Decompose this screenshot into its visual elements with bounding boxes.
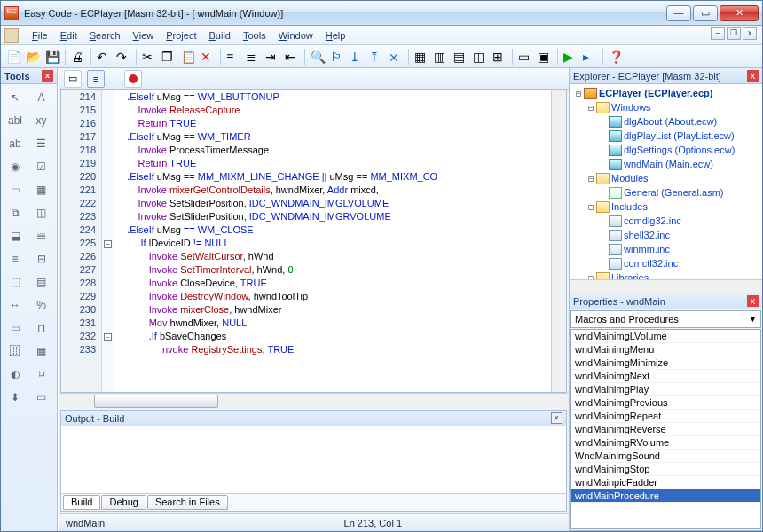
mdi-minimize[interactable]: – — [711, 27, 725, 40]
delete-button[interactable]: ✕ — [199, 48, 216, 66]
output-tab-search-in-files[interactable]: Search in Files — [147, 495, 228, 510]
prop-item[interactable]: wndMainpicFadder — [571, 476, 760, 489]
toolbox-item-25[interactable]: ⌑ — [31, 364, 52, 384]
titlebar[interactable]: EC Easy Code - ECPlayer [Masm 32-bit] - … — [1, 1, 762, 26]
prop-item[interactable]: wndMainimgNext — [571, 370, 760, 383]
prop-item[interactable]: wndMainimgRVolume — [571, 436, 760, 450]
tree-node[interactable]: wndMain (Main.ecw) — [570, 157, 762, 171]
tree-twist-icon[interactable]: ⊟ — [586, 202, 596, 212]
output-close-icon[interactable]: × — [551, 412, 562, 424]
toolbox-item-27[interactable]: ▭ — [31, 387, 52, 407]
tool-b[interactable]: ▥ — [432, 48, 450, 66]
tree-twist-icon[interactable]: ⊟ — [586, 273, 596, 280]
tree-twist-icon[interactable]: ⊟ — [573, 89, 584, 98]
tree-node[interactable]: General (General.asm) — [570, 185, 762, 200]
tool-e[interactable]: ⊞ — [491, 48, 508, 66]
menu-build[interactable]: Build — [203, 28, 237, 43]
toolbox-item-13[interactable]: ⩸ — [31, 226, 52, 246]
view-form-button[interactable]: ▭ — [64, 70, 82, 88]
toolbox-item-16[interactable]: ⬚ — [4, 272, 26, 292]
tree-hscroll[interactable] — [570, 279, 762, 293]
prop-item[interactable]: wndMainimgReverse — [571, 423, 760, 436]
toolbox-item-18[interactable]: ↔ — [4, 295, 26, 315]
menu-window[interactable]: Window — [272, 28, 319, 43]
toolbox-item-10[interactable]: ⧉ — [4, 203, 26, 223]
help-button[interactable]: ❓ — [607, 48, 625, 66]
prop-item[interactable]: wndMainimgStop — [571, 463, 760, 476]
output-tab-build[interactable]: Build — [63, 495, 100, 510]
tree-twist-icon[interactable]: ⊟ — [586, 103, 596, 113]
tree-node[interactable]: winmm.inc — [570, 242, 762, 256]
menu-project[interactable]: Project — [160, 28, 202, 43]
redo-button[interactable]: ↷ — [114, 48, 132, 66]
toolbox-item-3[interactable]: xy — [31, 111, 52, 130]
prop-item[interactable]: WndMainimgSound — [571, 450, 760, 463]
toolbox-item-7[interactable]: ☑ — [31, 157, 52, 176]
tool-a[interactable]: ▦ — [413, 48, 430, 66]
toolbox-item-24[interactable]: ◐ — [4, 364, 26, 384]
outdent2-button[interactable]: ⇤ — [283, 48, 301, 66]
indent2-button[interactable]: ⇥ — [264, 48, 281, 66]
bookmark-next[interactable]: ⤓ — [348, 48, 366, 66]
save-button[interactable]: 💾 — [43, 48, 61, 66]
mdi-restore[interactable]: ❐ — [727, 27, 741, 40]
tree-node[interactable]: ⊟Libraries — [570, 270, 762, 279]
prop-item[interactable]: wndMainimgLVolume — [571, 330, 760, 343]
props-dropdown[interactable]: Macros and Procedures▼ — [570, 310, 761, 328]
fold-gutter[interactable]: −− — [102, 90, 114, 392]
toolbox-item-11[interactable]: ◫ — [31, 203, 52, 223]
print-button[interactable]: 🖨 — [69, 48, 87, 66]
editor-vscroll[interactable] — [551, 90, 566, 392]
debug-button[interactable]: ▸ — [581, 48, 599, 66]
tree-node[interactable]: ⊟Modules — [570, 171, 762, 185]
paste-button[interactable]: 📋 — [179, 48, 197, 66]
build-button[interactable]: ▭ — [516, 48, 534, 66]
close-button[interactable]: ✕ — [720, 5, 759, 21]
open-button[interactable]: 📂 — [24, 48, 42, 66]
output-body[interactable] — [61, 426, 566, 493]
fold-toggle[interactable]: − — [104, 240, 112, 248]
toolbox-item-14[interactable]: ≡ — [4, 249, 26, 269]
prop-item[interactable]: wndMainimgMinimize — [571, 356, 760, 370]
toolbox-item-22[interactable]: ⿲ — [4, 341, 26, 361]
prop-item[interactable]: wndMainimgMenu — [571, 343, 760, 356]
editor-hscroll[interactable] — [59, 393, 569, 408]
toolbox-item-1[interactable]: A — [31, 88, 52, 107]
prop-item[interactable]: wndMainimgPrevious — [571, 396, 760, 410]
bookmark-prev[interactable]: ⤒ — [367, 48, 385, 66]
toolbox-item-0[interactable]: ↖ — [4, 88, 26, 107]
tool-d[interactable]: ◫ — [471, 48, 489, 66]
tree-node[interactable]: shell32.inc — [570, 228, 762, 242]
toolbox-item-28[interactable] — [4, 411, 26, 430]
props-list[interactable]: wndMainimgLVolumewndMainimgMenuwndMainim… — [570, 329, 761, 529]
cut-button[interactable]: ✂ — [140, 48, 158, 66]
code-area[interactable]: .ElseIf uMsg == WM_LBUTTONUP Invoke Rele… — [114, 90, 551, 392]
tree-node[interactable]: ⊟Windows — [570, 100, 762, 114]
toolbox-item-17[interactable]: ▤ — [31, 272, 52, 292]
minimize-button[interactable]: — — [666, 5, 691, 21]
output-tab-debug[interactable]: Debug — [101, 495, 146, 510]
tree-node[interactable]: dlgSettings (Options.ecw) — [570, 143, 762, 157]
prop-item[interactable]: wndMainimgPlay — [571, 383, 760, 396]
props-close-icon[interactable]: x — [747, 295, 759, 307]
find-button[interactable]: 🔍 — [309, 48, 326, 66]
tool-c[interactable]: ▤ — [452, 48, 469, 66]
explorer-close-icon[interactable]: x — [747, 70, 759, 82]
toolbox-item-15[interactable]: ⊟ — [31, 249, 52, 269]
prop-item[interactable]: wndMainimgRepeat — [571, 410, 760, 423]
copy-button[interactable]: ❐ — [160, 48, 177, 66]
toolbox-item-9[interactable]: ▦ — [31, 180, 52, 200]
run-button[interactable]: ▶ — [562, 48, 579, 66]
toolbox-item-5[interactable]: ☰ — [31, 134, 52, 153]
toolbox-item-29[interactable] — [31, 411, 52, 430]
code-editor[interactable]: 2142152162172182192202212222232242252262… — [60, 90, 567, 393]
toolbox-item-8[interactable]: ▭ — [4, 180, 26, 200]
toolbox-item-4[interactable]: ab — [4, 134, 26, 153]
tree-node[interactable]: ⊟Includes — [570, 200, 762, 214]
project-tree[interactable]: ⊟ECPlayer (ECPlayer.ecp)⊟WindowsdlgAbout… — [570, 84, 762, 279]
toolbox-item-12[interactable]: ⬓ — [4, 226, 26, 246]
menu-search[interactable]: Search — [83, 28, 127, 43]
toolbox-item-20[interactable]: ▭ — [4, 318, 26, 338]
new-button[interactable]: 📄 — [4, 48, 22, 66]
tree-node[interactable]: ⊟ECPlayer (ECPlayer.ecp) — [570, 86, 762, 100]
